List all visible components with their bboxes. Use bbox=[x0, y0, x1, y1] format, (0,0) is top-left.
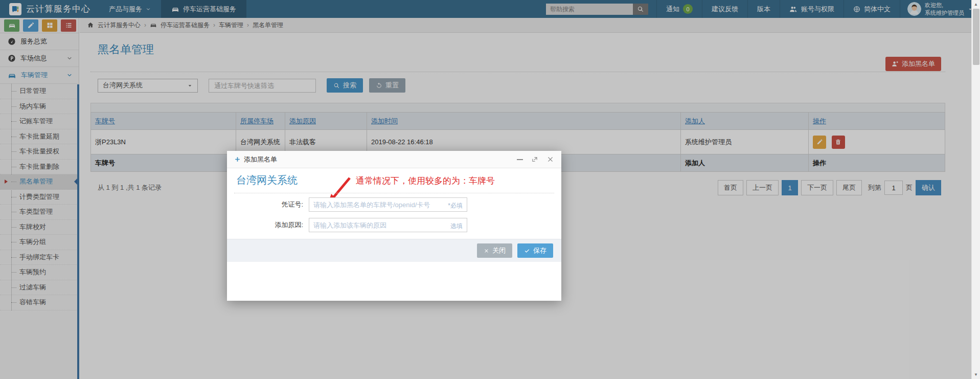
modal-save-button[interactable]: 保存 bbox=[517, 243, 553, 258]
reason-field-box: 选填 bbox=[309, 218, 467, 232]
close-icon bbox=[546, 155, 554, 163]
plus-icon bbox=[234, 156, 241, 163]
reason-row: 添加原因: 选填 bbox=[227, 218, 561, 232]
maximize-button[interactable] bbox=[531, 156, 538, 163]
reason-input[interactable] bbox=[309, 218, 467, 232]
scrollbar-thumb[interactable] bbox=[973, 9, 979, 65]
scroll-up-arrow[interactable]: ▲ bbox=[972, 0, 980, 9]
page-scrollbar: ▲ ▼ bbox=[971, 0, 980, 379]
modal-divider bbox=[234, 193, 554, 193]
modal-title: 添加黑名单 bbox=[244, 155, 277, 164]
close-button[interactable] bbox=[546, 155, 554, 163]
minimize-button[interactable] bbox=[517, 159, 523, 160]
add-blacklist-modal: 添加黑名单 台湾网关系统 通常情况下，使用较多的为：车牌号 凭证号: *必填 添… bbox=[227, 151, 561, 301]
modal-header: 添加黑名单 bbox=[227, 151, 561, 168]
expand-icon bbox=[531, 156, 538, 163]
required-hint: *必填 bbox=[448, 202, 463, 210]
check-icon bbox=[524, 248, 530, 254]
optional-hint: 选填 bbox=[450, 222, 463, 231]
modal-footer: 关闭 保存 bbox=[227, 239, 561, 262]
modal-controls bbox=[517, 155, 554, 163]
annotation-text: 通常情况下，使用较多的为：车牌号 bbox=[356, 175, 495, 187]
modal-parking-heading: 台湾网关系统 bbox=[236, 173, 298, 187]
modal-close-button[interactable]: 关闭 bbox=[477, 243, 512, 258]
voucher-label: 凭证号: bbox=[227, 200, 309, 209]
voucher-input[interactable] bbox=[309, 198, 467, 211]
voucher-row: 凭证号: *必填 bbox=[227, 197, 561, 212]
x-icon bbox=[484, 248, 489, 254]
reason-label: 添加原因: bbox=[227, 220, 309, 230]
scroll-down-arrow[interactable]: ▼ bbox=[972, 370, 980, 379]
voucher-field-box: *必填 bbox=[309, 197, 467, 212]
